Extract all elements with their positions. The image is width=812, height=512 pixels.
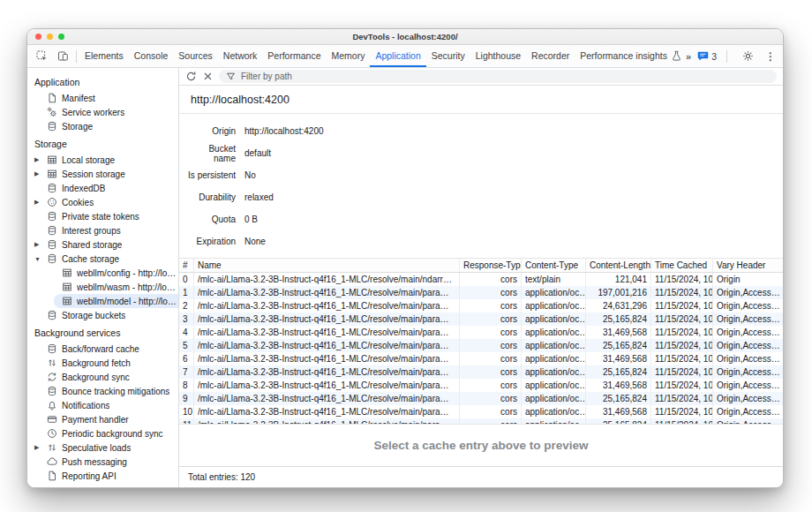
cache-entry-row[interactable]: 0/mlc-ai/Llama-3.2-3B-Instruct-q4f16_1-M… [179,273,783,286]
more-options-icon[interactable]: ⋮ [765,50,776,63]
cache-entry-row[interactable]: 4/mlc-ai/Llama-3.2-3B-Instruct-q4f16_1-M… [179,326,783,339]
tab-recorder[interactable]: Recorder [526,45,575,67]
gear-icon[interactable] [737,50,758,62]
clear-icon[interactable] [203,72,213,81]
cache-storage-panel: Filter by path http://localhost:4200 Ori… [179,68,783,487]
column-header-label: # [183,260,188,270]
column-header-vary-header[interactable]: Vary Header [713,259,783,272]
sidebar-item-storage[interactable]: Storage [27,119,178,133]
sidebar-item-storage-buckets[interactable]: Storage buckets [27,308,178,322]
cookie-icon [46,197,57,208]
tab-lighthouse[interactable]: Lighthouse [470,45,526,67]
collapse-arrow-icon[interactable]: ▶ [34,199,46,206]
cell-content-type: application/oc… [522,392,586,405]
tab-application[interactable]: Application [370,45,425,67]
cache-entry-row[interactable]: 1/mlc-ai/Llama-3.2-3B-Instruct-q4f16_1-M… [179,286,783,299]
collapse-arrow-icon[interactable]: ▶ [34,170,46,177]
sidebar-item-cache-storage[interactable]: ▼Cache storage [27,252,178,266]
tab-security[interactable]: Security [426,45,470,67]
devtools-window: DevTools - localhost:4200/ ElementsConso… [26,28,784,488]
cell-name: /mlc-ai/Llama-3.2-3B-Instruct-q4f16_1-ML… [194,312,460,326]
tab-network[interactable]: Network [218,45,263,67]
sidebar-item-notifications[interactable]: Notifications [27,398,178,412]
issues-counter[interactable]: 3 [697,50,717,62]
collapse-arrow-icon[interactable]: ▶ [34,241,46,248]
sidebar-item-push-messaging[interactable]: Push messaging [27,455,178,469]
window-titlebar: DevTools - localhost:4200/ [27,29,783,45]
sidebar-item-label: Storage buckets [62,311,125,320]
tab-sources[interactable]: Sources [173,45,218,67]
expand-arrow-icon[interactable]: ▼ [34,256,46,262]
tab-console[interactable]: Console [129,45,174,67]
column-header-time-cached[interactable]: Time Cached [651,259,713,272]
sidebar-item-private-state-tokens[interactable]: Private state tokens [27,209,178,223]
cache-entry-row[interactable]: 7/mlc-ai/Llama-3.2-3B-Instruct-q4f16_1-M… [179,365,783,379]
metadata-row-is-persistent: Is persistentNo [184,164,783,186]
database-icon [46,343,57,355]
cell-value: 31,469,568 [603,354,647,364]
sidebar-item-background-sync[interactable]: Background sync [27,370,178,384]
sidebar-item-webllm-model-http-loc[interactable]: webllm/model - http://loc… [54,294,178,308]
more-tabs-button[interactable]: » [686,51,690,62]
sidebar-item-periodic-background-sync[interactable]: Periodic background sync [27,426,178,440]
cell-content-type: application/oc… [522,379,586,392]
cell-value: 9 [183,394,188,403]
sidebar-item-interest-groups[interactable]: Interest groups [27,223,178,237]
cell-content-type: application/oc… [522,365,586,379]
column-header-response-type[interactable]: Response-Type [460,259,522,272]
cell-vary-header: Origin,Access… [713,392,783,405]
cell-content-type: application/oc… [522,405,586,418]
sidebar-item-cookies[interactable]: ▶Cookies [27,195,178,209]
cell-content-length: 31,469,568 [586,326,651,339]
sidebar-item-indexeddb[interactable]: IndexedDB [27,181,178,195]
cell-value: /mlc-ai/Llama-3.2-3B-Instruct-q4f16_1-ML… [198,407,455,417]
cache-entry-row[interactable]: 2/mlc-ai/Llama-3.2-3B-Instruct-q4f16_1-M… [179,299,783,312]
sidebar-item-shared-storage[interactable]: ▶Shared storage [27,237,178,252]
tabbar-divider [76,50,77,63]
sidebar-item-label: Local storage [62,155,115,165]
cell-name: /mlc-ai/Llama-3.2-3B-Instruct-q4f16_1-ML… [194,326,460,339]
cache-entry-row[interactable]: 6/mlc-ai/Llama-3.2-3B-Instruct-q4f16_1-M… [179,352,783,365]
sidebar-item-reporting-api[interactable]: Reporting API [27,469,178,483]
cell-name: /mlc-ai/Llama-3.2-3B-Instruct-q4f16_1-ML… [194,299,460,312]
cell-content-length: 25,165,824 [586,339,651,352]
cache-entry-row[interactable]: 10/mlc-ai/Llama-3.2-3B-Instruct-q4f16_1-… [179,405,783,418]
sidebar-item-webllm-wasm-http-loca[interactable]: webllm/wasm - http://loca… [27,280,178,294]
tab-memory[interactable]: Memory [326,45,370,67]
cache-entry-row[interactable]: 9/mlc-ai/Llama-3.2-3B-Instruct-q4f16_1-M… [179,392,783,405]
metadata-row-origin: Originhttp://localhost:4200 [184,120,783,142]
refresh-icon[interactable] [185,71,197,82]
collapse-arrow-icon[interactable]: ▶ [34,156,46,163]
sidebar-item-local-storage[interactable]: ▶Local storage [27,153,178,167]
cell-value: 11/15/2024, 10… [655,288,713,297]
sidebar-item-session-storage[interactable]: ▶Session storage [27,167,178,181]
tab-elements[interactable]: Elements [79,45,129,67]
sidebar-item-webllm-config-http-loc[interactable]: webllm/config - http://loc… [27,266,178,280]
column-header-content-type[interactable]: Content-Type [522,259,586,272]
inspect-icon[interactable] [31,45,52,67]
tab-performance-insights[interactable]: Performance insights [575,45,686,67]
sidebar-section-storage: Storage [27,133,178,153]
table-icon [46,169,57,180]
filter-input[interactable]: Filter by path [219,70,777,83]
collapse-arrow-icon[interactable]: ▶ [34,444,46,451]
sidebar-item-back-forward-cache[interactable]: Back/forward cache [27,342,178,356]
device-toolbar-icon[interactable] [52,45,73,67]
column-header-[interactable]: # [179,259,194,272]
column-header-name[interactable]: Name [194,259,460,272]
column-header-content-length[interactable]: Content-Length [586,259,651,272]
sidebar-item-background-fetch[interactable]: Background fetch [27,356,178,370]
sidebar-item-bounce-tracking-mitigations[interactable]: Bounce tracking mitigations [27,384,178,398]
sidebar-item-manifest[interactable]: Manifest [27,91,178,105]
tab-performance[interactable]: Performance [262,45,326,67]
sidebar-item-label: Periodic background sync [62,429,163,439]
cache-entry-row[interactable]: 5/mlc-ai/Llama-3.2-3B-Instruct-q4f16_1-M… [179,339,783,352]
cell-response-type: cors [460,273,522,286]
sidebar-item-service-workers[interactable]: Service workers [27,105,178,119]
cache-entry-row[interactable]: 8/mlc-ai/Llama-3.2-3B-Instruct-q4f16_1-M… [179,379,783,392]
sidebar-item-speculative-loads[interactable]: ▶Speculative loads [27,440,178,455]
tab-label: Elements [85,50,124,61]
cache-entry-row[interactable]: 3/mlc-ai/Llama-3.2-3B-Instruct-q4f16_1-M… [179,312,783,326]
cell-value: cors [500,288,517,297]
sidebar-item-payment-handler[interactable]: Payment handler [27,412,178,426]
